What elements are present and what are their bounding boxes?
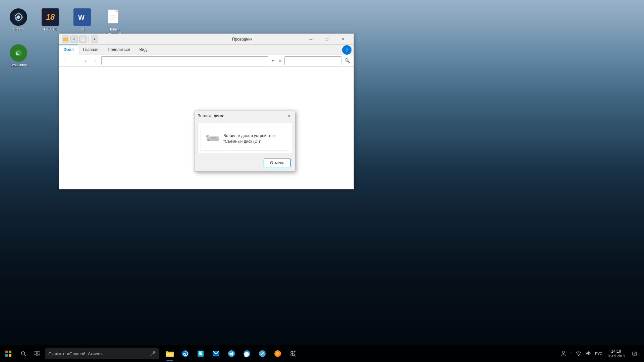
cancel-button[interactable]: Отмена [264, 159, 291, 167]
svg-rect-19 [208, 140, 209, 141]
dialog-overlay: Вставка диска ✕ Вставьте диск в устройст… [0, 0, 644, 362]
insert-disk-dialog: Вставка диска ✕ Вставьте диск в устройст… [195, 111, 295, 172]
disk-icon [206, 134, 219, 145]
dialog-close-button[interactable]: ✕ [285, 113, 292, 119]
dialog-body: Вставьте диск в устройство "Съемный диск… [201, 126, 289, 151]
svg-rect-20 [211, 137, 217, 138]
dialog-title: Вставка диска [198, 114, 285, 118]
dialog-footer: Отмена [195, 156, 295, 171]
dialog-titlebar: Вставка диска ✕ [195, 111, 295, 121]
svg-rect-22 [206, 135, 209, 136]
dialog-message: Вставьте диск в устройство "Съемный диск… [223, 133, 284, 144]
